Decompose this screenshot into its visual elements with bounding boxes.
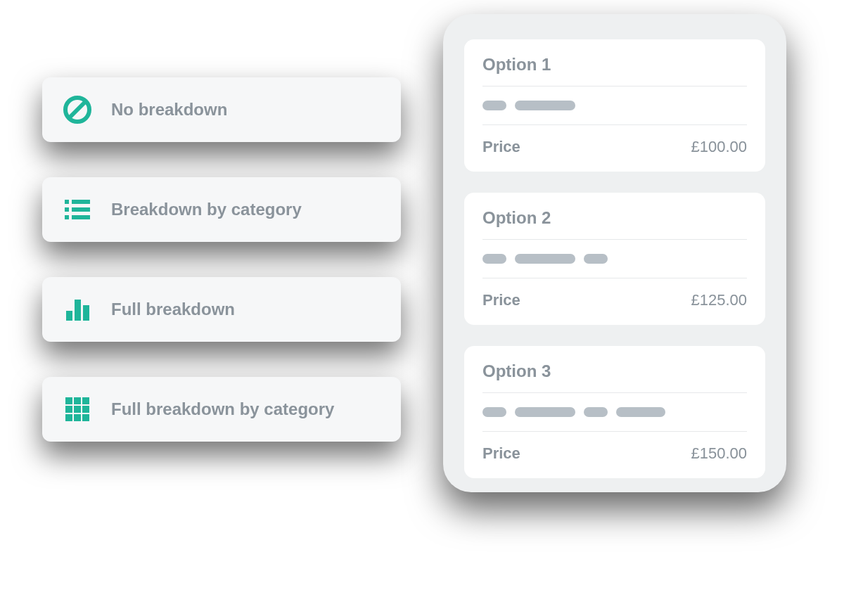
svg-rect-3 <box>72 200 90 204</box>
option-card-3: Option 3 Price £150.00 <box>464 346 765 478</box>
option-label: Full breakdown <box>111 300 235 319</box>
prohibit-icon <box>62 94 93 125</box>
svg-rect-18 <box>74 414 81 421</box>
svg-rect-19 <box>82 414 89 421</box>
skeleton-chip <box>616 407 665 417</box>
list-icon <box>62 194 93 225</box>
svg-rect-2 <box>65 200 69 204</box>
card-title: Option 1 <box>482 55 747 86</box>
skeleton-chip <box>482 407 506 417</box>
price-value: £125.00 <box>691 291 747 309</box>
svg-rect-13 <box>82 397 89 404</box>
price-label: Price <box>482 138 520 156</box>
option-full-breakdown-by-category[interactable]: Full breakdown by category <box>42 377 401 442</box>
option-card-2: Option 2 Price £125.00 <box>464 193 765 325</box>
layout-container: No breakdown Breakdown by category <box>0 0 844 506</box>
card-skeleton <box>482 86 747 125</box>
svg-rect-16 <box>82 406 89 413</box>
skeleton-chip <box>515 101 575 110</box>
skeleton-chip <box>515 407 575 417</box>
price-label: Price <box>482 291 520 309</box>
svg-rect-10 <box>83 305 89 321</box>
price-label: Price <box>482 444 520 463</box>
preview-panel: Option 1 Price £100.00 Option 2 Price £1… <box>443 14 786 492</box>
card-title: Option 2 <box>482 208 747 240</box>
card-skeleton <box>482 393 747 432</box>
option-no-breakdown[interactable]: No breakdown <box>42 77 401 142</box>
option-full-breakdown[interactable]: Full breakdown <box>42 277 401 342</box>
svg-rect-17 <box>65 414 72 421</box>
option-label: Full breakdown by category <box>111 399 334 419</box>
breakdown-options-list: No breakdown Breakdown by category <box>42 77 401 442</box>
svg-rect-11 <box>65 397 72 404</box>
svg-rect-8 <box>66 311 72 321</box>
price-value: £150.00 <box>691 444 747 463</box>
option-label: Breakdown by category <box>111 200 302 219</box>
svg-rect-7 <box>72 215 90 219</box>
svg-rect-15 <box>74 406 81 413</box>
svg-rect-4 <box>65 207 69 212</box>
option-card-1: Option 1 Price £100.00 <box>464 39 765 172</box>
bar-chart-icon <box>62 294 93 325</box>
svg-rect-6 <box>65 215 69 219</box>
card-price-row: Price £125.00 <box>482 278 747 309</box>
svg-rect-5 <box>72 207 90 212</box>
svg-rect-9 <box>75 300 81 321</box>
card-skeleton <box>482 240 747 278</box>
price-value: £100.00 <box>691 138 747 156</box>
option-label: No breakdown <box>111 100 227 120</box>
card-title: Option 3 <box>482 361 747 393</box>
grid-icon <box>62 394 93 425</box>
option-breakdown-by-category[interactable]: Breakdown by category <box>42 177 401 242</box>
card-price-row: Price £100.00 <box>482 125 747 156</box>
svg-line-1 <box>70 103 84 117</box>
skeleton-chip <box>584 407 608 417</box>
card-price-row: Price £150.00 <box>482 432 747 463</box>
skeleton-chip <box>584 254 608 264</box>
skeleton-chip <box>515 254 575 264</box>
svg-rect-14 <box>65 406 72 413</box>
skeleton-chip <box>482 101 506 110</box>
svg-rect-12 <box>74 397 81 404</box>
skeleton-chip <box>482 254 506 264</box>
